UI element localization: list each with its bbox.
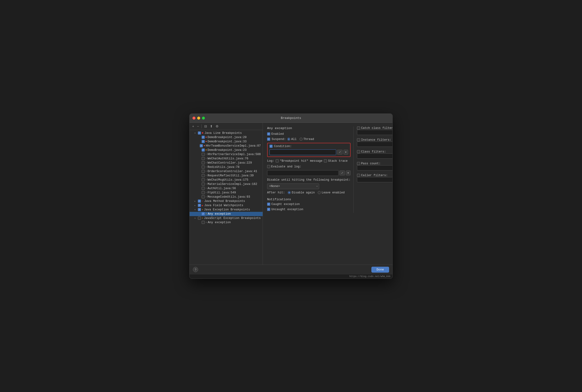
condition-input[interactable]: [269, 150, 336, 155]
caller-input[interactable]: [357, 177, 392, 182]
maximize-button[interactable]: [202, 116, 205, 120]
pass-count-filter-label[interactable]: Pass count:: [357, 162, 392, 165]
hhrpartner508-checkbox[interactable]: [202, 153, 205, 156]
wechatauth76-checkbox[interactable]: [202, 157, 205, 160]
java-field-checkbox[interactable]: [198, 204, 201, 207]
tree-item-wechatctrl229[interactable]: ○ WeChatController.java:229: [190, 161, 263, 165]
suspend-all-label[interactable]: All: [287, 138, 297, 141]
demo20-checkbox[interactable]: [202, 136, 205, 139]
tree-category-java-exception[interactable]: ▾ ⚡ Java Exception Breakpoints: [190, 208, 263, 212]
caller-checkbox[interactable]: [357, 174, 360, 177]
condition-checkbox[interactable]: [269, 145, 273, 148]
after-hit-disable-radio[interactable]: [288, 191, 291, 194]
tree-item-hhrteam87[interactable]: ● HhrTeamBonusServiceImpl.java:87: [190, 144, 263, 148]
tree-item-messagecode93[interactable]: ○ MessageCodeUtils.java:93: [190, 195, 263, 199]
instance-checkbox[interactable]: [357, 138, 360, 142]
class-checkbox[interactable]: [357, 150, 360, 153]
demo23-checkbox[interactable]: [202, 148, 205, 152]
tree-item-demo23[interactable]: ● DemoBreakpoint.java:23: [190, 148, 263, 152]
tree-item-any-exception[interactable]: ⚡ Any exception: [190, 212, 263, 216]
material182-checkbox[interactable]: [202, 182, 205, 186]
pass-count-checkbox[interactable]: [357, 162, 360, 165]
any-exception-checkbox[interactable]: [202, 212, 205, 216]
after-hit-leave-label[interactable]: Leave enabled: [318, 191, 345, 194]
minimize-button[interactable]: [197, 116, 200, 120]
requestreflect39-checkbox[interactable]: [202, 174, 205, 177]
tree-item-requestreflect39[interactable]: ○ RequestReflectUtil.java:39: [190, 174, 263, 178]
condition-expand-btn[interactable]: ⤢: [337, 150, 343, 154]
js-any-exception-checkbox[interactable]: [202, 221, 205, 224]
export-button[interactable]: ⬆: [209, 124, 213, 128]
after-hit-disable-label[interactable]: Disable again: [288, 191, 315, 194]
catch-class-input[interactable]: [357, 130, 392, 135]
tree-item-redis78[interactable]: ○ RedisUtils.java:78: [190, 165, 263, 169]
add-button[interactable]: +: [191, 124, 195, 128]
tree-item-demo33[interactable]: ● DemoBreakpoint.java:33: [190, 140, 263, 144]
instance-input[interactable]: [357, 142, 392, 147]
log-msg-label[interactable]: "Breakpoint hit" message: [276, 159, 322, 163]
evaluate-expand-btn[interactable]: ⤢: [339, 170, 345, 176]
caught-exception-label[interactable]: Caught exception: [267, 202, 300, 206]
suspend-thread-label[interactable]: Thread: [300, 138, 314, 141]
class-input[interactable]: [357, 154, 392, 159]
wechatmsg175-checkbox[interactable]: [202, 178, 205, 181]
log-stack-checkbox[interactable]: [324, 159, 327, 162]
enabled-checkbox-label[interactable]: Enabled: [267, 132, 284, 136]
java-exception-checkbox[interactable]: [198, 208, 201, 211]
tree-item-wechatmsg175[interactable]: ○ WeChatMsgUtils.java:175: [190, 178, 263, 182]
uncaught-exception-checkbox[interactable]: [267, 208, 270, 211]
instance-filter-label[interactable]: Instance filters:: [357, 138, 392, 142]
catch-class-filter-label[interactable]: Catch class filters:: [357, 126, 392, 130]
catch-class-filter-row: Catch class filters: ⊕: [357, 126, 392, 135]
suspend-all-radio[interactable]: [287, 138, 290, 141]
uncaught-exception-label[interactable]: Uncaught exception: [267, 208, 303, 211]
disable-dropdown[interactable]: <None>: [267, 184, 319, 189]
class-filter-label[interactable]: Class filters:: [357, 150, 392, 154]
js-exception-checkbox[interactable]: [198, 216, 201, 220]
java-line-checkbox[interactable]: [198, 132, 201, 134]
tree-category-java-field[interactable]: ▸ ◉ Java Field Watchpoints: [190, 203, 263, 208]
remove-button[interactable]: −: [196, 124, 199, 128]
authutil56-checkbox[interactable]: [202, 187, 205, 190]
condition-dropdown-btn[interactable]: ▾: [344, 150, 348, 154]
tree-category-js-exception[interactable]: ▾ ⚡ JavaScript Exception Breakpoints: [190, 216, 263, 220]
java-method-checkbox[interactable]: [198, 200, 201, 202]
tree-item-material182[interactable]: ○ MaterialServiceImpl.java:182: [190, 182, 263, 186]
wechatctrl229-checkbox[interactable]: [202, 161, 205, 164]
tree-category-java-method[interactable]: ▸ ⚡ Java Method Breakpoints: [190, 199, 263, 203]
log-stack-label[interactable]: Stack trace: [324, 159, 348, 163]
caught-exception-text: Caught exception: [271, 202, 300, 206]
log-msg-checkbox[interactable]: [276, 159, 279, 162]
enabled-checkbox[interactable]: [267, 132, 270, 136]
catch-class-checkbox[interactable]: [357, 126, 360, 130]
hhrteam87-checkbox[interactable]: [200, 144, 203, 147]
caller-filter-label[interactable]: Caller filters:: [357, 174, 392, 177]
done-button[interactable]: Done: [371, 267, 389, 272]
caught-exception-checkbox[interactable]: [267, 202, 270, 206]
pass-count-input[interactable]: [357, 165, 392, 170]
messagecode93-checkbox[interactable]: [202, 195, 205, 198]
after-hit-leave-radio[interactable]: [318, 191, 321, 194]
ftputil549-checkbox[interactable]: [202, 191, 205, 194]
demo33-checkbox[interactable]: [202, 140, 205, 143]
left-panel: + − ⊟ ⬆ ⚙ ▾ ■ Java Line Breakpoints: [190, 123, 263, 264]
evaluate-checkbox[interactable]: [267, 165, 270, 168]
evaluate-dropdown-btn[interactable]: ▾: [346, 170, 351, 176]
suspend-checkbox[interactable]: [267, 138, 270, 141]
tree-item-ftputil549[interactable]: ○ FtpUtil.java:549: [190, 190, 263, 195]
tree-item-js-any-exception[interactable]: ⚡ Any exception: [190, 220, 263, 224]
tree-item-authutil56[interactable]: ○ AuthUtil.java:56: [190, 186, 263, 190]
help-button[interactable]: ?: [193, 267, 198, 272]
settings-button[interactable]: ⚙: [215, 124, 219, 128]
tree-category-java-line[interactable]: ▾ ■ Java Line Breakpoints: [190, 131, 263, 135]
tree-item-orderscore41[interactable]: ○ OrderScoreController.java:41: [190, 169, 263, 174]
orderscore41-checkbox[interactable]: [202, 170, 205, 173]
tree-item-hhrpartner508[interactable]: ○ HhrPartnerServiceImpl.java:508: [190, 152, 263, 156]
tree-item-demo20[interactable]: ● DemoBreakpoint.java:20: [190, 135, 263, 140]
tree-item-wechatauth76[interactable]: ○ WeChatAuthUtils.java:76: [190, 156, 263, 161]
close-button[interactable]: [192, 116, 195, 120]
group-button[interactable]: ⊟: [203, 124, 208, 128]
redis78-checkbox[interactable]: [202, 166, 205, 168]
evaluate-input[interactable]: [267, 170, 339, 176]
suspend-thread-radio[interactable]: [300, 138, 303, 141]
